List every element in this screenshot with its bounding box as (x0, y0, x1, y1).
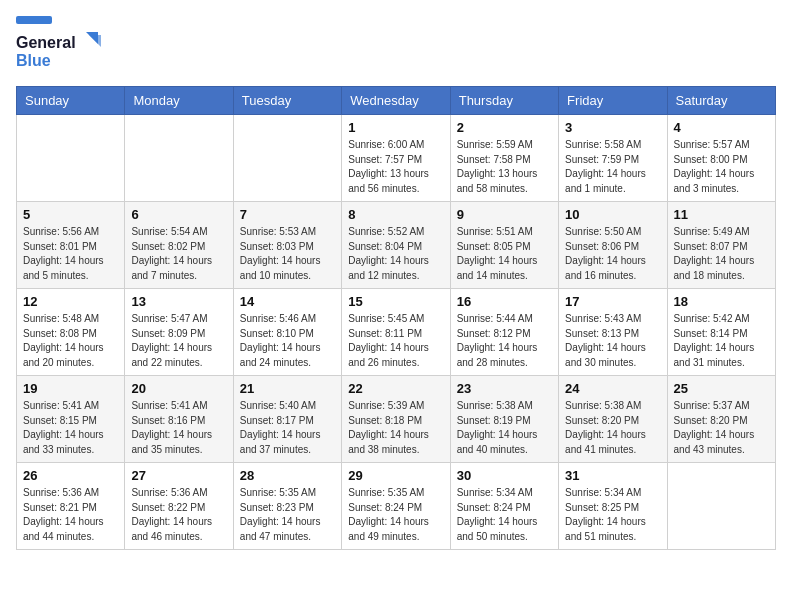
day-number: 15 (348, 294, 443, 309)
day-info: Sunrise: 5:35 AM Sunset: 8:24 PM Dayligh… (348, 486, 443, 544)
calendar-week-4: 19Sunrise: 5:41 AM Sunset: 8:15 PM Dayli… (17, 376, 776, 463)
svg-marker-3 (89, 35, 101, 47)
day-info: Sunrise: 5:49 AM Sunset: 8:07 PM Dayligh… (674, 225, 769, 283)
calendar-cell: 9Sunrise: 5:51 AM Sunset: 8:05 PM Daylig… (450, 202, 558, 289)
calendar-cell (233, 115, 341, 202)
day-number: 30 (457, 468, 552, 483)
day-info: Sunrise: 5:45 AM Sunset: 8:11 PM Dayligh… (348, 312, 443, 370)
day-number: 14 (240, 294, 335, 309)
calendar-week-2: 5Sunrise: 5:56 AM Sunset: 8:01 PM Daylig… (17, 202, 776, 289)
day-number: 1 (348, 120, 443, 135)
weekday-header-friday: Friday (559, 87, 667, 115)
day-number: 5 (23, 207, 118, 222)
calendar-cell: 21Sunrise: 5:40 AM Sunset: 8:17 PM Dayli… (233, 376, 341, 463)
day-number: 21 (240, 381, 335, 396)
day-number: 16 (457, 294, 552, 309)
calendar-cell: 11Sunrise: 5:49 AM Sunset: 8:07 PM Dayli… (667, 202, 775, 289)
weekday-header-monday: Monday (125, 87, 233, 115)
day-info: Sunrise: 5:59 AM Sunset: 7:58 PM Dayligh… (457, 138, 552, 196)
calendar-cell (667, 463, 775, 550)
day-info: Sunrise: 5:37 AM Sunset: 8:20 PM Dayligh… (674, 399, 769, 457)
day-info: Sunrise: 6:00 AM Sunset: 7:57 PM Dayligh… (348, 138, 443, 196)
day-info: Sunrise: 5:38 AM Sunset: 8:20 PM Dayligh… (565, 399, 660, 457)
day-info: Sunrise: 5:41 AM Sunset: 8:16 PM Dayligh… (131, 399, 226, 457)
calendar-cell: 30Sunrise: 5:34 AM Sunset: 8:24 PM Dayli… (450, 463, 558, 550)
logo-svg: General Blue (16, 30, 106, 74)
weekday-header-thursday: Thursday (450, 87, 558, 115)
day-number: 3 (565, 120, 660, 135)
day-number: 4 (674, 120, 769, 135)
day-info: Sunrise: 5:48 AM Sunset: 8:08 PM Dayligh… (23, 312, 118, 370)
weekday-header-saturday: Saturday (667, 87, 775, 115)
calendar-cell: 4Sunrise: 5:57 AM Sunset: 8:00 PM Daylig… (667, 115, 775, 202)
calendar-cell: 20Sunrise: 5:41 AM Sunset: 8:16 PM Dayli… (125, 376, 233, 463)
day-info: Sunrise: 5:56 AM Sunset: 8:01 PM Dayligh… (23, 225, 118, 283)
day-info: Sunrise: 5:57 AM Sunset: 8:00 PM Dayligh… (674, 138, 769, 196)
day-info: Sunrise: 5:53 AM Sunset: 8:03 PM Dayligh… (240, 225, 335, 283)
day-number: 26 (23, 468, 118, 483)
day-number: 24 (565, 381, 660, 396)
day-info: Sunrise: 5:38 AM Sunset: 8:19 PM Dayligh… (457, 399, 552, 457)
day-info: Sunrise: 5:54 AM Sunset: 8:02 PM Dayligh… (131, 225, 226, 283)
calendar-cell: 22Sunrise: 5:39 AM Sunset: 8:18 PM Dayli… (342, 376, 450, 463)
calendar-cell: 13Sunrise: 5:47 AM Sunset: 8:09 PM Dayli… (125, 289, 233, 376)
calendar-cell: 2Sunrise: 5:59 AM Sunset: 7:58 PM Daylig… (450, 115, 558, 202)
day-number: 31 (565, 468, 660, 483)
day-number: 18 (674, 294, 769, 309)
day-number: 27 (131, 468, 226, 483)
calendar-cell: 29Sunrise: 5:35 AM Sunset: 8:24 PM Dayli… (342, 463, 450, 550)
day-number: 28 (240, 468, 335, 483)
svg-text:Blue: Blue (16, 52, 51, 69)
day-number: 13 (131, 294, 226, 309)
day-info: Sunrise: 5:36 AM Sunset: 8:21 PM Dayligh… (23, 486, 118, 544)
calendar-cell: 23Sunrise: 5:38 AM Sunset: 8:19 PM Dayli… (450, 376, 558, 463)
calendar-cell: 31Sunrise: 5:34 AM Sunset: 8:25 PM Dayli… (559, 463, 667, 550)
calendar-cell: 19Sunrise: 5:41 AM Sunset: 8:15 PM Dayli… (17, 376, 125, 463)
calendar-cell: 6Sunrise: 5:54 AM Sunset: 8:02 PM Daylig… (125, 202, 233, 289)
day-number: 8 (348, 207, 443, 222)
day-number: 12 (23, 294, 118, 309)
svg-text:General: General (16, 34, 76, 51)
day-info: Sunrise: 5:40 AM Sunset: 8:17 PM Dayligh… (240, 399, 335, 457)
day-info: Sunrise: 5:58 AM Sunset: 7:59 PM Dayligh… (565, 138, 660, 196)
calendar-cell: 1Sunrise: 6:00 AM Sunset: 7:57 PM Daylig… (342, 115, 450, 202)
day-info: Sunrise: 5:52 AM Sunset: 8:04 PM Dayligh… (348, 225, 443, 283)
calendar-cell: 28Sunrise: 5:35 AM Sunset: 8:23 PM Dayli… (233, 463, 341, 550)
day-number: 29 (348, 468, 443, 483)
calendar-cell (17, 115, 125, 202)
calendar-cell: 17Sunrise: 5:43 AM Sunset: 8:13 PM Dayli… (559, 289, 667, 376)
logo: General Blue (16, 16, 106, 74)
day-info: Sunrise: 5:50 AM Sunset: 8:06 PM Dayligh… (565, 225, 660, 283)
weekday-header-sunday: Sunday (17, 87, 125, 115)
day-info: Sunrise: 5:43 AM Sunset: 8:13 PM Dayligh… (565, 312, 660, 370)
day-info: Sunrise: 5:35 AM Sunset: 8:23 PM Dayligh… (240, 486, 335, 544)
page-header: General Blue (16, 16, 776, 74)
calendar-cell: 24Sunrise: 5:38 AM Sunset: 8:20 PM Dayli… (559, 376, 667, 463)
day-number: 7 (240, 207, 335, 222)
calendar-cell: 26Sunrise: 5:36 AM Sunset: 8:21 PM Dayli… (17, 463, 125, 550)
calendar-cell: 18Sunrise: 5:42 AM Sunset: 8:14 PM Dayli… (667, 289, 775, 376)
day-number: 19 (23, 381, 118, 396)
day-info: Sunrise: 5:51 AM Sunset: 8:05 PM Dayligh… (457, 225, 552, 283)
weekday-header-wednesday: Wednesday (342, 87, 450, 115)
day-number: 9 (457, 207, 552, 222)
calendar-week-5: 26Sunrise: 5:36 AM Sunset: 8:21 PM Dayli… (17, 463, 776, 550)
day-info: Sunrise: 5:34 AM Sunset: 8:24 PM Dayligh… (457, 486, 552, 544)
day-number: 22 (348, 381, 443, 396)
calendar-table: SundayMondayTuesdayWednesdayThursdayFrid… (16, 86, 776, 550)
calendar-week-3: 12Sunrise: 5:48 AM Sunset: 8:08 PM Dayli… (17, 289, 776, 376)
day-info: Sunrise: 5:46 AM Sunset: 8:10 PM Dayligh… (240, 312, 335, 370)
calendar-cell: 12Sunrise: 5:48 AM Sunset: 8:08 PM Dayli… (17, 289, 125, 376)
calendar-cell: 25Sunrise: 5:37 AM Sunset: 8:20 PM Dayli… (667, 376, 775, 463)
day-info: Sunrise: 5:36 AM Sunset: 8:22 PM Dayligh… (131, 486, 226, 544)
day-info: Sunrise: 5:42 AM Sunset: 8:14 PM Dayligh… (674, 312, 769, 370)
day-number: 25 (674, 381, 769, 396)
calendar-cell: 14Sunrise: 5:46 AM Sunset: 8:10 PM Dayli… (233, 289, 341, 376)
calendar-cell: 8Sunrise: 5:52 AM Sunset: 8:04 PM Daylig… (342, 202, 450, 289)
day-info: Sunrise: 5:41 AM Sunset: 8:15 PM Dayligh… (23, 399, 118, 457)
calendar-cell: 10Sunrise: 5:50 AM Sunset: 8:06 PM Dayli… (559, 202, 667, 289)
calendar-cell (125, 115, 233, 202)
calendar-cell: 16Sunrise: 5:44 AM Sunset: 8:12 PM Dayli… (450, 289, 558, 376)
day-number: 11 (674, 207, 769, 222)
weekday-header-tuesday: Tuesday (233, 87, 341, 115)
